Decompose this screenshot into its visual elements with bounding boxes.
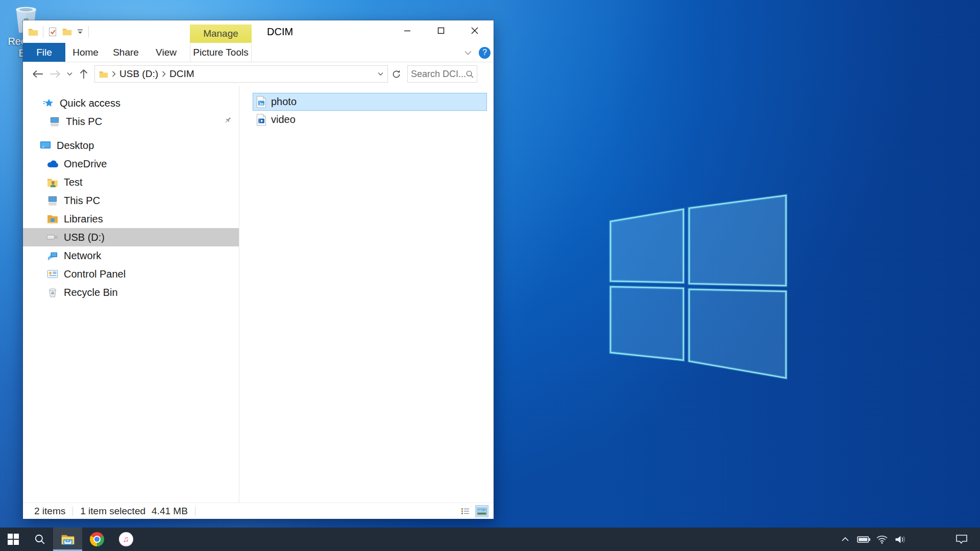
recycle-bin-small-icon: ♻: [46, 287, 59, 297]
minimize-button[interactable]: [390, 20, 424, 41]
help-label: ?: [482, 48, 487, 57]
sidebar-item-recycle-bin[interactable]: ♻ Recycle Bin: [23, 283, 239, 302]
sidebar-item-control-panel[interactable]: Control Panel: [23, 265, 239, 283]
selection-size: 4.41 MB: [152, 506, 188, 517]
libraries-icon: [46, 214, 59, 223]
file-explorer-window: Manage DCIM File Home Share View Picture…: [23, 20, 494, 519]
sidebar-item-usb-drive[interactable]: USB (D:): [23, 228, 239, 246]
sidebar-item-this-pc-pinned[interactable]: This PC: [23, 112, 239, 131]
sidebar-item-onedrive[interactable]: OneDrive: [23, 155, 239, 173]
sidebar-item-desktop[interactable]: Desktop: [23, 136, 239, 155]
sidebar-item-label: Libraries: [64, 213, 103, 225]
title-bar: Manage DCIM: [23, 20, 494, 43]
ribbon-right-controls: ?: [464, 43, 491, 62]
taskbar: ♫: [0, 528, 980, 551]
quick-access-toolbar: [28, 20, 89, 43]
address-folder-icon: [99, 70, 108, 78]
chrome-icon: [90, 532, 104, 546]
contextual-tab-group[interactable]: Manage: [190, 24, 252, 43]
this-pc-icon: [48, 116, 61, 127]
breadcrumb-segment-folder[interactable]: DCIM: [169, 68, 194, 80]
usb-drive-icon: [46, 234, 59, 240]
sidebar-item-libraries[interactable]: Libraries: [23, 210, 239, 228]
tab-view-label: View: [156, 47, 177, 58]
hidden-icons-chevron[interactable]: [836, 528, 854, 551]
tab-view[interactable]: View: [146, 43, 186, 62]
tab-file[interactable]: File: [23, 43, 65, 62]
customize-quick-access-chevron-icon[interactable]: [77, 29, 84, 35]
start-button[interactable]: [0, 528, 27, 551]
sidebar-item-network[interactable]: Network: [23, 246, 239, 265]
file-name: photo: [271, 96, 297, 108]
battery-tray-button[interactable]: [854, 528, 873, 551]
sidebar-item-label: Quick access: [60, 97, 120, 109]
file-row-photo[interactable]: photo: [253, 93, 487, 111]
address-bar[interactable]: USB (D:) DCIM: [94, 65, 388, 83]
tab-home-label: Home: [72, 47, 99, 58]
quick-access-star-icon: [42, 97, 55, 109]
action-center-button[interactable]: [948, 528, 975, 551]
up-button[interactable]: [75, 65, 92, 83]
taskbar-itunes-button[interactable]: ♫: [111, 528, 140, 551]
status-separator: [195, 507, 195, 516]
new-folder-button[interactable]: [62, 28, 72, 36]
sidebar-item-label: Network: [64, 250, 101, 262]
address-history-chevron-icon[interactable]: [378, 72, 383, 76]
search-placeholder: Search DCI...: [411, 69, 466, 80]
toolbar-separator: [88, 26, 89, 37]
system-tray: [836, 528, 980, 551]
tab-home[interactable]: Home: [65, 43, 106, 62]
this-pc-icon: [46, 195, 59, 206]
chevron-up-icon: [841, 537, 849, 542]
network-icon: [46, 251, 59, 261]
sidebar-item-label: Test: [64, 177, 83, 188]
image-file-icon: [256, 96, 266, 108]
expand-ribbon-chevron-icon[interactable]: [464, 51, 472, 55]
items-count: 2 items: [34, 506, 65, 517]
ribbon-tab-row: File Home Share View Picture Tools ?: [23, 43, 494, 62]
recent-locations-chevron-icon[interactable]: [64, 65, 75, 83]
file-explorer-icon: [61, 533, 75, 545]
volume-tray-button[interactable]: [891, 528, 910, 551]
tab-share[interactable]: Share: [106, 43, 146, 62]
explorer-window-icon: [28, 28, 38, 36]
battery-icon: [857, 536, 871, 543]
properties-button[interactable]: [48, 27, 58, 37]
sidebar-item-test[interactable]: Test: [23, 173, 239, 191]
taskbar-search-button[interactable]: [27, 528, 53, 551]
search-icon[interactable]: [466, 70, 474, 78]
refresh-button[interactable]: [388, 65, 404, 83]
sidebar-item-this-pc[interactable]: This PC: [23, 191, 239, 210]
taskbar-chrome-button[interactable]: [82, 528, 111, 551]
file-row-video[interactable]: video: [253, 111, 487, 129]
help-button[interactable]: ?: [479, 47, 491, 59]
window-title: DCIM: [267, 20, 293, 43]
status-bar: 2 items 1 item selected 4.41 MB: [23, 503, 494, 519]
desktop-icon: [39, 141, 52, 150]
details-view-button[interactable]: [459, 505, 472, 517]
sidebar-item-label: Control Panel: [64, 268, 126, 280]
breadcrumb-chevron-icon: [162, 71, 166, 77]
forward-button[interactable]: [46, 65, 64, 83]
user-folder-icon: [46, 178, 59, 187]
tab-picture-tools[interactable]: Picture Tools: [190, 43, 252, 62]
sidebar-item-label: Recycle Bin: [64, 287, 118, 298]
large-icons-view-button[interactable]: [475, 505, 488, 517]
taskbar-file-explorer-button[interactable]: [53, 528, 82, 551]
breadcrumb-chevron-icon: [112, 71, 116, 77]
action-center-icon: [955, 534, 968, 544]
video-file-icon: [256, 114, 266, 126]
status-separator: [72, 507, 73, 516]
search-box[interactable]: Search DCI...: [407, 65, 477, 83]
sidebar-item-quick-access[interactable]: Quick access: [23, 94, 239, 112]
tab-file-label: File: [36, 47, 52, 58]
toolbar-separator: [43, 26, 43, 37]
tab-share-label: Share: [113, 47, 139, 58]
breadcrumb-segment-drive[interactable]: USB (D:): [119, 68, 158, 80]
control-panel-icon: [46, 270, 59, 278]
close-button[interactable]: [458, 20, 492, 41]
wifi-tray-button[interactable]: [873, 528, 891, 551]
pin-icon: [224, 116, 232, 124]
back-button[interactable]: [29, 65, 46, 83]
maximize-button[interactable]: [424, 20, 458, 41]
